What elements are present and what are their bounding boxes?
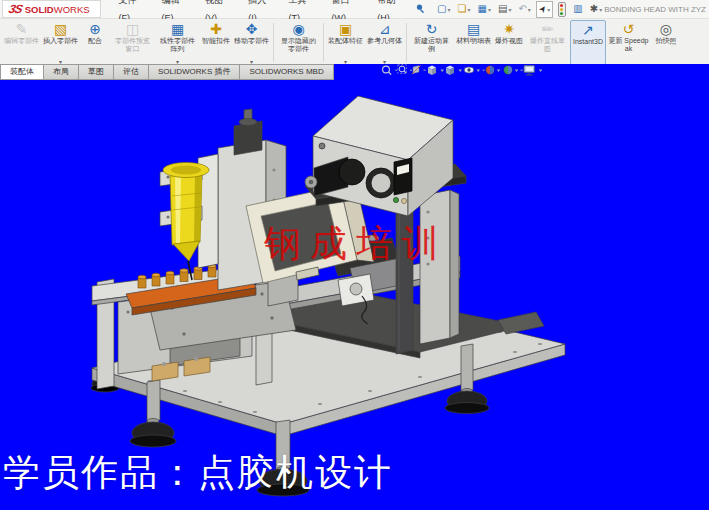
cad-model-dispensing-machine[interactable]: [91, 96, 565, 496]
ribbon-assembly-features[interactable]: ▣装配体特征▾: [326, 20, 365, 65]
ribbon-move-component[interactable]: ✥移动零部件▾: [232, 20, 271, 65]
dropdown-arrow[interactable]: ▾: [528, 6, 531, 13]
menu-bar: 3S SOLID WORKS 文件(F)编辑(E)视图(V)插入(I)工具(T)…: [0, 0, 709, 19]
command-manager-ribbon: ✎编辑零部件▧插入零部件▾⊕配合◫零部件预览窗口▦线性零部件阵列▾✚智能扣件✥移…: [0, 19, 709, 65]
explode-line-sketch-icon: ✏: [542, 21, 554, 37]
solidworks-logo: 3S SOLID WORKS: [2, 0, 101, 18]
dropdown-arrow[interactable]: ▾: [508, 6, 511, 13]
view-settings-icon[interactable]: [524, 66, 542, 75]
dropdown-arrow[interactable]: ▾: [488, 6, 491, 13]
tab-sketch[interactable]: 草图: [79, 64, 114, 80]
select-icon[interactable]: ➤▾: [536, 1, 554, 18]
new-document-icon[interactable]: ▢▾: [435, 2, 452, 17]
ribbon-insert-components[interactable]: ▧插入零部件▾: [41, 20, 80, 65]
dropdown-arrow[interactable]: [441, 70, 445, 73]
take-snapshot-label: 拍快照: [655, 37, 676, 45]
ribbon-reference-geometry[interactable]: ⊿参考几何体▾: [365, 20, 404, 65]
tab-solidworks-mbd[interactable]: SOLIDWORKS MBD: [240, 64, 333, 80]
exploded-view-label: 爆炸视图: [495, 37, 523, 45]
ribbon-show-hidden-components[interactable]: ◉显示隐藏的零部件: [276, 20, 321, 65]
mate-label: 配合: [88, 37, 102, 45]
open-icon[interactable]: ❏▾: [455, 2, 472, 17]
options-icon-glyph: ✱: [590, 4, 598, 14]
undo-icon[interactable]: ↶▾: [516, 2, 532, 17]
reference-geometry-icon: ⊿: [379, 21, 391, 37]
pin-icon[interactable]: [415, 3, 427, 15]
save-icon[interactable]: ▦▾: [475, 2, 492, 17]
edit-appearance-icon[interactable]: [486, 66, 501, 74]
ribbon-smart-fasteners[interactable]: ✚智能扣件: [200, 20, 232, 65]
tab-evaluate[interactable]: 评估: [114, 64, 149, 80]
move-component-icon: ✥: [246, 21, 258, 37]
quick-access-toolbar: ▢▾❏▾▦▾▤▾↶▾➤▾▥✱▾: [435, 1, 604, 18]
smart-fasteners-label: 智能扣件: [202, 37, 230, 45]
dropdown-arrow[interactable]: ▾: [599, 6, 602, 13]
zoom-to-area-icon[interactable]: [398, 65, 407, 74]
graphics-viewport[interactable]: 装配体布局草图评估SOLIDWORKS 插件SOLIDWORKS MBD: [0, 64, 709, 510]
solidworks-logo-mark: 3S: [7, 2, 23, 16]
ribbon-exploded-view[interactable]: ✷爆炸视图: [493, 20, 525, 65]
ribbon-divider: [323, 23, 324, 62]
assembly-features-label: 装配体特征: [328, 37, 363, 45]
ribbon-bill-of-materials[interactable]: ▤材料明细表: [454, 20, 493, 65]
tab-layout[interactable]: 布局: [44, 64, 79, 80]
zoom-to-fit-icon[interactable]: [383, 66, 392, 75]
tab-assembly[interactable]: 装配体: [0, 64, 44, 80]
file-properties-icon[interactable]: ▥: [571, 2, 584, 17]
new-motion-study-icon: ↻: [426, 21, 438, 37]
bill-of-materials-icon: ▤: [467, 21, 480, 37]
view-orientation-icon[interactable]: [428, 66, 444, 76]
ribbon-divider: [273, 23, 274, 62]
dropdown-arrow[interactable]: [477, 70, 481, 73]
headsup-separator: [483, 70, 485, 71]
ribbon-take-snapshot[interactable]: ◎拍快照: [651, 20, 681, 65]
document-title: BONDING HEAD WITH ZYZ: [604, 5, 709, 14]
hide-show-items-icon[interactable]: [464, 67, 480, 73]
ribbon-update-speedpak[interactable]: ↺更新 Speedpak: [606, 20, 651, 65]
dropdown-arrow[interactable]: ▾: [467, 6, 470, 13]
display-style-icon[interactable]: [446, 66, 462, 76]
file-properties-icon-glyph: ▥: [573, 4, 582, 14]
model-right-block[interactable]: [498, 312, 544, 334]
edit-component-label: 编辑零部件: [4, 37, 39, 45]
edit-component-icon: ✎: [16, 21, 28, 37]
dropdown-arrow[interactable]: [515, 70, 519, 73]
update-speedpak-icon: ↺: [623, 21, 635, 37]
reference-geometry-label: 参考几何体: [367, 37, 402, 45]
insert-components-label: 插入零部件: [43, 37, 78, 45]
smart-fasteners-icon: ✚: [210, 21, 222, 37]
insert-components-icon: ▧: [54, 21, 67, 37]
model-syringe[interactable]: [160, 154, 218, 280]
move-component-label: 移动零部件: [234, 37, 269, 45]
print-icon[interactable]: ▤▾: [496, 2, 513, 17]
apply-scene-icon[interactable]: [504, 66, 519, 74]
rebuild-icon[interactable]: [556, 2, 568, 17]
command-tabs: 装配体布局草图评估SOLIDWORKS 插件SOLIDWORKS MBD: [0, 64, 334, 80]
ribbon-component-preview-window: ◫零部件预览窗口: [110, 20, 155, 65]
caption-text: 学员作品：点胶机设计: [3, 448, 393, 498]
ribbon-new-motion-study[interactable]: ↻新建运动算例: [409, 20, 454, 65]
assembly-features-icon: ▣: [339, 21, 352, 37]
tab-solidworks-addins[interactable]: SOLIDWORKS 插件: [149, 64, 240, 80]
solidworks-logo-text-bold: SOLID: [25, 4, 54, 15]
dropdown-arrow[interactable]: [539, 70, 543, 73]
dropdown-arrow[interactable]: ▾: [447, 6, 450, 13]
section-view-icon[interactable]: [412, 66, 421, 75]
linear-component-pattern-icon: ▦: [171, 21, 184, 37]
ribbon-instant3d[interactable]: ↗Instant3D: [570, 20, 606, 65]
ribbon-mate[interactable]: ⊕配合: [80, 20, 110, 65]
mate-icon: ⊕: [89, 21, 101, 37]
headsup-separator: [410, 70, 412, 71]
undo-icon-glyph: ↶: [518, 4, 526, 14]
ribbon-explode-line-sketch: ✏爆炸直线草图: [525, 20, 570, 65]
solidworks-window: 3S SOLID WORKS 文件(F)编辑(E)视图(V)插入(I)工具(T)…: [0, 0, 709, 510]
bill-of-materials-label: 材料明细表: [456, 37, 491, 45]
ribbon-linear-component-pattern[interactable]: ▦线性零部件阵列▾: [155, 20, 200, 65]
component-preview-window-icon: ◫: [126, 21, 139, 37]
options-icon[interactable]: ✱▾: [588, 2, 604, 17]
headsup-toolbar[interactable]: [383, 65, 543, 75]
dropdown-arrow[interactable]: [459, 70, 463, 73]
print-icon-glyph: ▤: [498, 4, 507, 14]
headsup-separator: [424, 70, 426, 71]
dropdown-arrow[interactable]: [497, 70, 501, 73]
